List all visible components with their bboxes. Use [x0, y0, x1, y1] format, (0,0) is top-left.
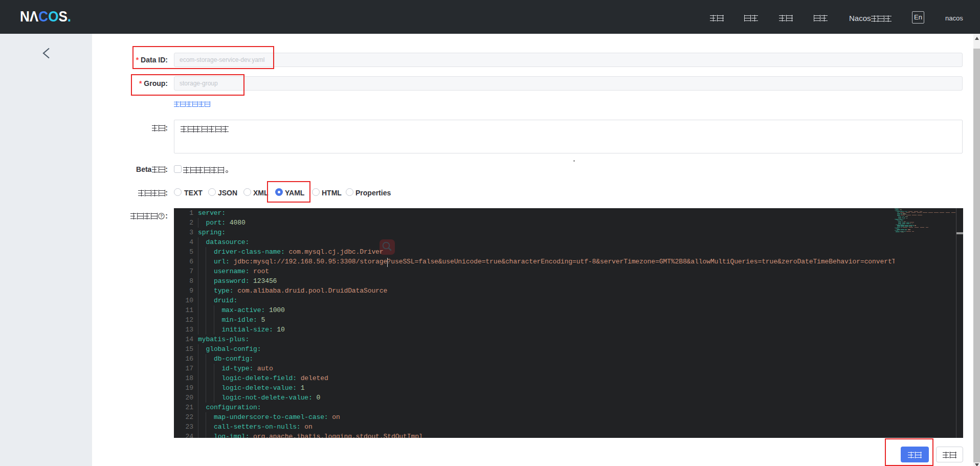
svg-text:?: ? [160, 213, 163, 218]
